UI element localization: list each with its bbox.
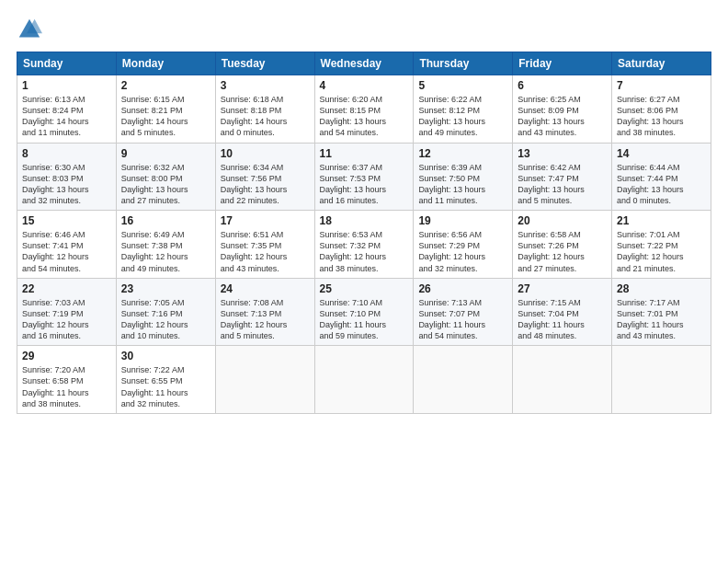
calendar-cell [612, 346, 711, 414]
day-number: 4 [320, 79, 409, 92]
cell-info: Sunrise: 7:08 AMSunset: 7:13 PMDaylight:… [221, 297, 310, 342]
calendar-cell [414, 346, 513, 414]
calendar-cell: 1Sunrise: 6:13 AMSunset: 8:24 PMDaylight… [17, 75, 117, 144]
calendar-cell: 29Sunrise: 7:20 AMSunset: 6:58 PMDayligh… [17, 346, 117, 414]
day-number: 9 [121, 147, 210, 160]
day-number: 18 [320, 214, 409, 227]
cell-info: Sunrise: 6:46 AMSunset: 7:41 PMDaylight:… [22, 229, 111, 274]
calendar-week-row: 15Sunrise: 6:46 AMSunset: 7:41 PMDayligh… [17, 211, 711, 279]
cell-info: Sunrise: 6:32 AMSunset: 8:00 PMDaylight:… [121, 162, 210, 207]
calendar-cell: 15Sunrise: 6:46 AMSunset: 7:41 PMDayligh… [17, 211, 117, 279]
calendar-cell: 14Sunrise: 6:44 AMSunset: 7:44 PMDayligh… [612, 143, 711, 211]
calendar-cell: 7Sunrise: 6:27 AMSunset: 8:06 PMDaylight… [612, 75, 711, 144]
cell-info: Sunrise: 6:42 AMSunset: 7:47 PMDaylight:… [518, 162, 607, 207]
calendar-cell: 4Sunrise: 6:20 AMSunset: 8:15 PMDaylight… [314, 75, 414, 144]
calendar-header-friday: Friday [513, 52, 612, 75]
calendar-cell: 20Sunrise: 6:58 AMSunset: 7:26 PMDayligh… [513, 211, 612, 279]
calendar-cell: 2Sunrise: 6:15 AMSunset: 8:21 PMDaylight… [116, 75, 215, 144]
calendar-cell: 5Sunrise: 6:22 AMSunset: 8:12 PMDaylight… [414, 75, 513, 144]
calendar-cell: 30Sunrise: 7:22 AMSunset: 6:55 PMDayligh… [116, 346, 215, 414]
calendar-cell: 8Sunrise: 6:30 AMSunset: 8:03 PMDaylight… [17, 143, 117, 211]
cell-info: Sunrise: 6:49 AMSunset: 7:38 PMDaylight:… [121, 229, 210, 274]
day-number: 30 [121, 350, 210, 362]
cell-info: Sunrise: 6:30 AMSunset: 8:03 PMDaylight:… [22, 162, 111, 207]
day-number: 21 [617, 214, 706, 227]
day-number: 3 [221, 79, 310, 92]
day-number: 17 [221, 214, 310, 227]
cell-info: Sunrise: 6:22 AMSunset: 8:12 PMDaylight:… [418, 94, 507, 139]
cell-info: Sunrise: 6:56 AMSunset: 7:29 PMDaylight:… [418, 229, 507, 274]
day-number: 6 [518, 79, 607, 92]
cell-info: Sunrise: 6:15 AMSunset: 8:21 PMDaylight:… [121, 94, 210, 139]
cell-info: Sunrise: 6:27 AMSunset: 8:06 PMDaylight:… [617, 94, 706, 139]
cell-info: Sunrise: 7:13 AMSunset: 7:07 PMDaylight:… [418, 297, 507, 342]
calendar-cell: 18Sunrise: 6:53 AMSunset: 7:32 PMDayligh… [314, 211, 414, 279]
day-number: 13 [518, 147, 607, 160]
calendar-header-monday: Monday [116, 52, 215, 75]
calendar-cell: 25Sunrise: 7:10 AMSunset: 7:10 PMDayligh… [314, 278, 414, 346]
cell-info: Sunrise: 6:44 AMSunset: 7:44 PMDaylight:… [617, 162, 706, 207]
cell-info: Sunrise: 7:17 AMSunset: 7:01 PMDaylight:… [617, 297, 706, 342]
day-number: 10 [221, 147, 310, 160]
calendar-cell: 9Sunrise: 6:32 AMSunset: 8:00 PMDaylight… [116, 143, 215, 211]
calendar-week-row: 29Sunrise: 7:20 AMSunset: 6:58 PMDayligh… [17, 346, 711, 414]
calendar-week-row: 1Sunrise: 6:13 AMSunset: 8:24 PMDaylight… [17, 75, 711, 144]
day-number: 27 [518, 282, 607, 295]
calendar-cell: 3Sunrise: 6:18 AMSunset: 8:18 PMDaylight… [215, 75, 314, 144]
logo-icon [17, 17, 42, 42]
logo [17, 17, 46, 42]
day-number: 25 [320, 282, 409, 295]
calendar-cell: 23Sunrise: 7:05 AMSunset: 7:16 PMDayligh… [116, 278, 215, 346]
calendar-cell: 22Sunrise: 7:03 AMSunset: 7:19 PMDayligh… [17, 278, 117, 346]
calendar-week-row: 8Sunrise: 6:30 AMSunset: 8:03 PMDaylight… [17, 143, 711, 211]
cell-info: Sunrise: 7:03 AMSunset: 7:19 PMDaylight:… [22, 297, 111, 342]
cell-info: Sunrise: 6:25 AMSunset: 8:09 PMDaylight:… [518, 94, 607, 139]
calendar-cell [513, 346, 612, 414]
cell-info: Sunrise: 7:20 AMSunset: 6:58 PMDaylight:… [22, 364, 111, 409]
day-number: 7 [617, 79, 706, 92]
cell-info: Sunrise: 7:15 AMSunset: 7:04 PMDaylight:… [518, 297, 607, 342]
day-number: 12 [418, 147, 507, 160]
day-number: 19 [418, 214, 507, 227]
cell-info: Sunrise: 6:20 AMSunset: 8:15 PMDaylight:… [320, 94, 409, 139]
calendar-cell: 11Sunrise: 6:37 AMSunset: 7:53 PMDayligh… [314, 143, 414, 211]
calendar-cell: 16Sunrise: 6:49 AMSunset: 7:38 PMDayligh… [116, 211, 215, 279]
calendar-cell: 26Sunrise: 7:13 AMSunset: 7:07 PMDayligh… [414, 278, 513, 346]
calendar-cell: 27Sunrise: 7:15 AMSunset: 7:04 PMDayligh… [513, 278, 612, 346]
calendar-header-sunday: Sunday [17, 52, 117, 75]
day-number: 8 [22, 147, 111, 160]
calendar-cell: 28Sunrise: 7:17 AMSunset: 7:01 PMDayligh… [612, 278, 711, 346]
calendar-header-thursday: Thursday [414, 52, 513, 75]
cell-info: Sunrise: 6:51 AMSunset: 7:35 PMDaylight:… [221, 229, 310, 274]
calendar-cell: 24Sunrise: 7:08 AMSunset: 7:13 PMDayligh… [215, 278, 314, 346]
calendar-cell [314, 346, 414, 414]
day-number: 24 [221, 282, 310, 295]
calendar-cell: 21Sunrise: 7:01 AMSunset: 7:22 PMDayligh… [612, 211, 711, 279]
day-number: 23 [121, 282, 210, 295]
day-number: 22 [22, 282, 111, 295]
day-number: 28 [617, 282, 706, 295]
calendar-cell: 17Sunrise: 6:51 AMSunset: 7:35 PMDayligh… [215, 211, 314, 279]
day-number: 2 [121, 79, 210, 92]
calendar-header-saturday: Saturday [612, 52, 711, 75]
cell-info: Sunrise: 7:22 AMSunset: 6:55 PMDaylight:… [121, 364, 210, 409]
cell-info: Sunrise: 7:05 AMSunset: 7:16 PMDaylight:… [121, 297, 210, 342]
cell-info: Sunrise: 7:10 AMSunset: 7:10 PMDaylight:… [320, 297, 409, 342]
calendar-week-row: 22Sunrise: 7:03 AMSunset: 7:19 PMDayligh… [17, 278, 711, 346]
calendar-cell: 12Sunrise: 6:39 AMSunset: 7:50 PMDayligh… [414, 143, 513, 211]
day-number: 20 [518, 214, 607, 227]
calendar-cell: 19Sunrise: 6:56 AMSunset: 7:29 PMDayligh… [414, 211, 513, 279]
cell-info: Sunrise: 6:37 AMSunset: 7:53 PMDaylight:… [320, 162, 409, 207]
cell-info: Sunrise: 6:18 AMSunset: 8:18 PMDaylight:… [221, 94, 310, 139]
calendar-header-wednesday: Wednesday [314, 52, 414, 75]
calendar-table: SundayMondayTuesdayWednesdayThursdayFrid… [17, 52, 711, 414]
calendar-header-row: SundayMondayTuesdayWednesdayThursdayFrid… [17, 52, 711, 75]
day-number: 5 [418, 79, 507, 92]
calendar-header-tuesday: Tuesday [215, 52, 314, 75]
day-number: 11 [320, 147, 409, 160]
day-number: 1 [22, 79, 111, 92]
day-number: 26 [418, 282, 507, 295]
cell-info: Sunrise: 6:34 AMSunset: 7:56 PMDaylight:… [221, 162, 310, 207]
header [17, 17, 711, 42]
cell-info: Sunrise: 6:53 AMSunset: 7:32 PMDaylight:… [320, 229, 409, 274]
